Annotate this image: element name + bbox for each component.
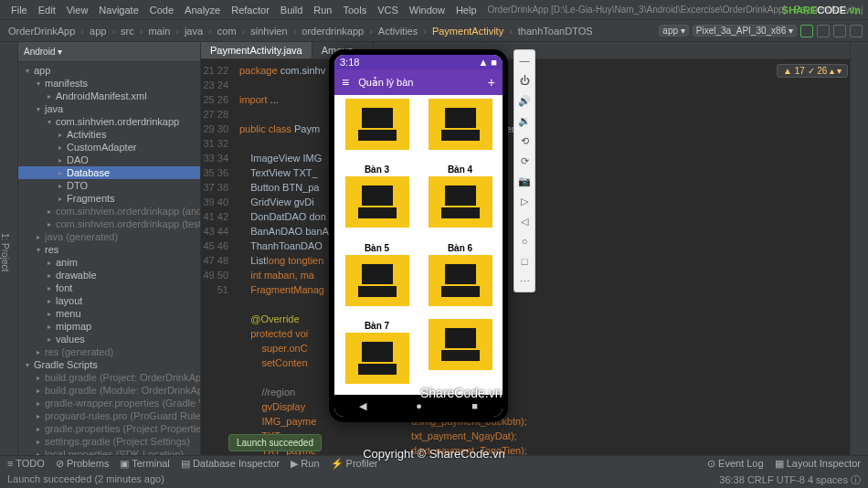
recents-button[interactable]: ■ [471, 400, 478, 411]
crumb[interactable]: app [87, 26, 109, 37]
project-tree[interactable]: appmanifestsAndroidManifest.xmljavacom.s… [18, 62, 200, 455]
table-card[interactable] [338, 99, 416, 157]
menu-edit[interactable]: Edit [33, 5, 61, 16]
app-title: Quản lý bàn [358, 77, 413, 89]
tree-item[interactable]: res (generated) [18, 345, 200, 358]
tree-item[interactable]: font [18, 281, 200, 294]
crumb[interactable]: java [182, 26, 206, 37]
tree-item[interactable]: manifests [18, 77, 200, 90]
tree-item[interactable]: menu [18, 307, 200, 320]
crumb[interactable]: sinhvien [248, 26, 290, 37]
table-card[interactable] [421, 99, 499, 157]
chair-icon [429, 255, 492, 306]
menu-window[interactable]: Window [404, 5, 450, 16]
table-card[interactable]: Bàn 4 [421, 163, 499, 235]
crumb[interactable]: com [215, 26, 239, 37]
table-card[interactable] [421, 319, 499, 391]
tree-item[interactable]: gradle-wrapper.properties (Gradle Versio… [18, 397, 200, 409]
hamburger-icon[interactable]: ≡ [342, 75, 349, 90]
table-grid[interactable]: Bàn 3Bàn 4Bàn 5Bàn 6Bàn 7 [334, 95, 503, 395]
table-card[interactable]: Bàn 6 [421, 241, 499, 313]
crumb[interactable]: main [145, 26, 173, 37]
tree-item[interactable]: Fragments [18, 192, 200, 205]
emu-tool-11[interactable]: ⋯ [518, 275, 531, 288]
menu-build[interactable]: Build [275, 5, 308, 16]
tree-item[interactable]: com.sinhvien.orderdrinkapp (test) [18, 217, 200, 230]
run-icon[interactable] [800, 25, 813, 37]
tree-item[interactable]: gradle.properties (Project Properties) [18, 422, 200, 435]
emu-tool-7[interactable]: ▷ [518, 195, 531, 207]
tree-item[interactable]: build.gradle (Project: OrderDrinkApp) [18, 371, 200, 384]
emu-tool-0[interactable]: — [518, 54, 531, 67]
tab-payment-activity[interactable]: PaymentActivity.java [201, 42, 312, 58]
emu-tool-2[interactable]: 🔊 [518, 94, 531, 107]
menu-help[interactable]: Help [450, 5, 482, 16]
tree-item[interactable]: java (generated) [18, 230, 200, 243]
tree-item[interactable]: proguard-rules.pro (ProGuard Rules for O… [18, 409, 200, 422]
tree-item[interactable]: Database [18, 166, 200, 179]
tree-item[interactable]: anim [18, 256, 200, 269]
code-body[interactable]: package com.sinhv import ... public clas… [234, 59, 850, 487]
menu-file[interactable]: File [5, 5, 33, 16]
crumb[interactable]: src [118, 26, 137, 37]
project-view-selector[interactable]: Android ▾ [18, 42, 200, 62]
emu-tool-6[interactable]: 📷 [518, 175, 531, 187]
right-tool-stripe[interactable] [850, 42, 868, 455]
tree-item[interactable]: Activities [18, 128, 200, 141]
emu-tool-4[interactable]: ⟲ [518, 134, 531, 147]
tree-item[interactable]: com.sinhvien.orderdrinkapp (androidTest) [18, 205, 200, 217]
crumb[interactable]: orderdrinkapp [299, 26, 366, 37]
emu-tool-9[interactable]: ○ [518, 235, 531, 248]
crumb[interactable]: Activities [376, 26, 420, 37]
menu-vcs[interactable]: VCS [372, 5, 404, 16]
tree-item[interactable]: CustomAdapter [18, 141, 200, 154]
tree-item[interactable]: java [18, 102, 200, 115]
menu-navigate[interactable]: Navigate [93, 5, 143, 16]
menu-tools[interactable]: Tools [337, 5, 372, 16]
run-config-selector[interactable]: app ▾ [659, 25, 688, 37]
emu-tool-1[interactable]: ⏻ [518, 74, 531, 87]
back-button[interactable]: ◀ [359, 400, 366, 412]
menu-view[interactable]: View [61, 5, 94, 16]
tree-item[interactable]: res [18, 243, 200, 256]
emu-tool-5[interactable]: ⟳ [518, 154, 531, 167]
chair-icon [429, 99, 492, 150]
tree-item[interactable]: DTO [18, 179, 200, 192]
tree-item[interactable]: Gradle Scripts [18, 358, 200, 371]
menu-refactor[interactable]: Refactor [226, 5, 275, 16]
tree-item[interactable]: com.sinhvien.orderdrinkapp [18, 115, 200, 128]
project-tool-window: Android ▾ appmanifestsAndroidManifest.xm… [18, 42, 201, 455]
chair-icon [345, 255, 409, 306]
copyright-text: Copyright © ShareCode.vn [0, 447, 868, 461]
stop-icon[interactable] [850, 25, 863, 37]
emulator-screen[interactable]: 3:18▲ ■ ≡ Quản lý bàn + Bàn 3Bàn 4Bàn 5B… [334, 55, 503, 417]
tree-item[interactable]: mipmap [18, 320, 200, 333]
debug-icon[interactable] [817, 25, 830, 37]
device-selector[interactable]: Pixel_3a_API_30_x86 ▾ [693, 25, 797, 37]
tree-item[interactable]: layout [18, 294, 200, 307]
menu-analyze[interactable]: Analyze [179, 5, 226, 16]
emu-tool-3[interactable]: 🔉 [518, 114, 531, 127]
tree-item[interactable]: drawable [18, 269, 200, 281]
tree-item[interactable]: app [18, 64, 200, 77]
crumb[interactable]: thanhToanDTOS [515, 26, 596, 37]
emulator-toolbar: —⏻🔊🔉⟲⟳📷▷◁○□⋯ [513, 49, 535, 292]
table-card[interactable]: Bàn 3 [338, 163, 416, 235]
profile-icon[interactable] [833, 25, 846, 37]
menu-run[interactable]: Run [308, 5, 337, 16]
left-tool-stripe[interactable]: 1: Project [0, 42, 18, 455]
emu-tool-8[interactable]: ◁ [518, 215, 531, 228]
crumb[interactable]: OrderDrinkApp [5, 26, 78, 37]
tree-item[interactable]: build.gradle (Module: OrderDrinkApp.app) [18, 384, 200, 397]
home-button[interactable]: ● [416, 400, 422, 411]
table-card[interactable]: Bàn 7 [338, 319, 416, 391]
crumb[interactable]: PaymentActivity [429, 26, 506, 37]
emu-tool-10[interactable]: □ [518, 255, 531, 268]
tree-item[interactable]: DAO [18, 154, 200, 166]
table-card[interactable]: Bàn 5 [338, 241, 416, 313]
add-icon[interactable]: + [488, 75, 495, 90]
tree-item[interactable]: values [18, 333, 200, 345]
tree-item[interactable]: settings.gradle (Project Settings) [18, 435, 200, 448]
tree-item[interactable]: AndroidManifest.xml [18, 90, 200, 102]
menu-code[interactable]: Code [144, 5, 179, 16]
